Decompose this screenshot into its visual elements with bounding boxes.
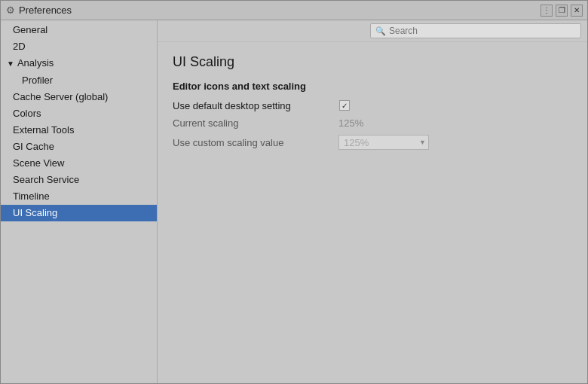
panel-title: UI Scaling bbox=[173, 54, 572, 70]
sidebar-item-scene-view[interactable]: Scene View bbox=[1, 155, 157, 172]
sidebar-item-2d[interactable]: 2D bbox=[1, 38, 157, 55]
sidebar-item-timeline[interactable]: Timeline bbox=[1, 188, 157, 205]
search-bar: 🔍 bbox=[158, 20, 587, 42]
main-window: ⚙ Preferences ⋮ ❐ ✕ General 2D ▼Analysis… bbox=[0, 0, 588, 384]
panel-content: UI Scaling Editor icons and text scaling… bbox=[158, 42, 587, 383]
custom-scaling-dropdown[interactable]: 100% 125% 150% 175% 200% bbox=[338, 135, 429, 150]
sidebar-item-ui-scaling[interactable]: UI Scaling bbox=[1, 205, 157, 221]
sidebar-item-search-service[interactable]: Search Service bbox=[1, 172, 157, 188]
use-default-label: Use default desktop setting bbox=[173, 100, 338, 111]
close-button[interactable]: ✕ bbox=[571, 5, 583, 17]
window-title: Preferences bbox=[19, 5, 537, 16]
custom-scaling-label: Use custom scaling value bbox=[173, 137, 338, 148]
current-scaling-value: 125% bbox=[338, 117, 363, 129]
gear-icon: ⚙ bbox=[5, 5, 16, 16]
content-area: General 2D ▼Analysis Profiler Cache Serv… bbox=[1, 20, 587, 383]
sidebar: General 2D ▼Analysis Profiler Cache Serv… bbox=[1, 20, 158, 383]
sidebar-item-external-tools[interactable]: External Tools bbox=[1, 122, 157, 139]
more-button[interactable]: ⋮ bbox=[541, 5, 553, 17]
sidebar-item-cache-server[interactable]: Cache Server (global) bbox=[1, 89, 157, 105]
main-panel: 🔍 UI Scaling Editor icons and text scali… bbox=[158, 20, 587, 383]
use-default-checkbox[interactable]: ✓ bbox=[339, 100, 350, 111]
search-input-wrapper: 🔍 bbox=[370, 23, 581, 38]
checkmark-icon: ✓ bbox=[341, 102, 348, 110]
setting-row-use-default: Use default desktop setting ✓ bbox=[173, 99, 572, 111]
sidebar-item-gi-cache[interactable]: GI Cache bbox=[1, 139, 157, 155]
setting-row-custom-scaling: Use custom scaling value 100% 125% 150% … bbox=[173, 135, 572, 150]
search-icon: 🔍 bbox=[375, 26, 386, 36]
window-controls: ⋮ ❐ ✕ bbox=[541, 5, 583, 17]
current-scaling-label: Current scaling bbox=[173, 117, 338, 129]
custom-scaling-dropdown-container: 100% 125% 150% 175% 200% ▼ bbox=[338, 135, 429, 150]
sidebar-item-profiler[interactable]: Profiler bbox=[1, 72, 157, 89]
sidebar-item-general[interactable]: General bbox=[1, 22, 157, 38]
title-bar: ⚙ Preferences ⋮ ❐ ✕ bbox=[1, 1, 587, 20]
sidebar-item-colors[interactable]: Colors bbox=[1, 105, 157, 122]
section-header: Editor icons and text scaling bbox=[173, 81, 572, 92]
sidebar-item-analysis[interactable]: ▼Analysis bbox=[1, 55, 157, 72]
search-input[interactable] bbox=[389, 26, 576, 36]
restore-button[interactable]: ❐ bbox=[556, 5, 568, 17]
setting-row-current-scaling: Current scaling 125% bbox=[173, 117, 572, 129]
use-default-checkbox-wrapper[interactable]: ✓ bbox=[338, 99, 351, 111]
collapse-arrow: ▼ bbox=[7, 57, 14, 71]
